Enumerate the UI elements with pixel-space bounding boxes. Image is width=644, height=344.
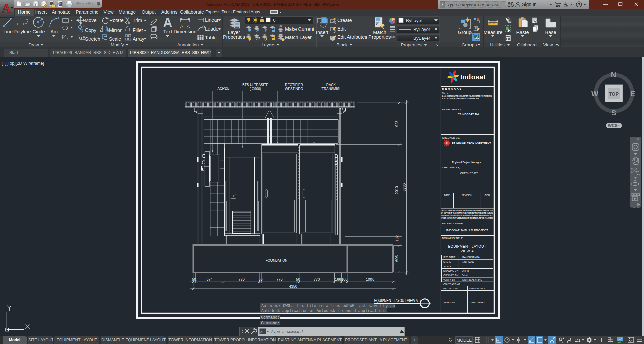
svg-text:Layers: Layers	[262, 42, 276, 47]
svg-text:SHEET NO.: SHEET NO.	[443, 301, 456, 304]
svg-text:Array: Array	[133, 36, 144, 42]
svg-text:Circle: Circle	[32, 29, 45, 34]
svg-text:VIEW A: VIEW A	[461, 249, 474, 253]
svg-text:Table: Table	[205, 35, 217, 40]
svg-text:Modify: Modify	[111, 42, 124, 47]
svg-text:3730: 3730	[402, 183, 406, 191]
svg-text:Edit: Edit	[337, 26, 346, 32]
svg-text:Move: Move	[85, 18, 96, 23]
svg-text:Polyline: Polyline	[14, 29, 31, 34]
svg-text:REMARKS: REMARKS	[442, 87, 462, 90]
svg-text:2010: 2010	[395, 186, 399, 194]
svg-text:Base: Base	[545, 30, 556, 35]
svg-text:Rotate: Rotate	[109, 18, 124, 23]
svg-text:S: S	[611, 109, 616, 117]
svg-text:A: A	[2, 1, 11, 15]
svg-text:PT INDOSAT Tbk: PT INDOSAT Tbk	[458, 113, 480, 116]
svg-text:Make Current: Make Current	[285, 26, 314, 32]
svg-text:SCALE: SCALE	[444, 265, 452, 268]
svg-text:Type a command: Type a command	[271, 329, 303, 334]
svg-text:ByLayer: ByLayer	[406, 18, 423, 23]
svg-text:100: 100	[341, 277, 347, 281]
svg-text:TOTAL SHEET: TOTAL SHEET	[469, 301, 485, 304]
svg-text:50: 50	[296, 277, 300, 281]
svg-text:REVISION: REVISION	[462, 194, 472, 196]
svg-text:CHECKED BY: CHECKED BY	[443, 274, 458, 276]
svg-text:Trim: Trim	[133, 18, 142, 23]
svg-text:DRAWING NO.: DRAWING NO.	[469, 287, 485, 290]
svg-text:Stretch: Stretch	[85, 36, 100, 42]
svg-text:W: W	[591, 90, 598, 98]
svg-text:TOP: TOP	[609, 91, 619, 97]
svg-text:DRAWING BY: DRAWING BY	[443, 270, 458, 272]
svg-text:Clipboard: Clipboard	[517, 42, 537, 47]
svg-text:Arc: Arc	[50, 29, 58, 34]
svg-text:2. ALL EQUIPMENT SHALL INSTALL: 2. ALL EQUIPMENT SHALL INSTALLED REFER S…	[442, 97, 479, 99]
svg-text:NOFRIZAL / RIKO: NOFRIZAL / RIKO	[462, 278, 482, 281]
svg-text:FOUNDATION: FOUNDATION	[266, 258, 287, 262]
svg-text:Linear: Linear	[205, 17, 218, 23]
svg-text:WCS: WCS	[608, 123, 618, 128]
svg-text:Type a keyword or phrase: Type a keyword or phrase	[447, 2, 499, 7]
svg-text:Utilities: Utilities	[490, 42, 505, 47]
svg-text:14BRS039: 14BRS039	[462, 260, 474, 263]
svg-text:ACPDB: ACPDB	[217, 87, 229, 90]
svg-text:Properties: Properties	[368, 34, 391, 40]
svg-text:WESTINDO: WESTINDO	[285, 87, 303, 91]
svg-text:BTS ULTRASITE: BTS ULTRASITE	[242, 83, 268, 87]
svg-text:574: 574	[206, 277, 212, 281]
svg-text:EQUIPMENT LAYOUT VIEW A: EQUIPMENT LAYOUT VIEW A	[374, 298, 418, 303]
svg-text:VERIFY BY: VERIFY BY	[443, 279, 455, 281]
svg-text:OTHER PARTIES THAT MODELS BEIN: OTHER PARTIES THAT MODELS BEING THEIR DE…	[441, 217, 493, 219]
svg-text:Copy: Copy	[85, 27, 97, 33]
svg-text:1:1: 1:1	[575, 338, 580, 343]
svg-text:Match Layer: Match Layer	[285, 35, 312, 40]
svg-text:Regional Project Manager: Regional Project Manager	[452, 161, 481, 164]
svg-text:Properties: Properties	[223, 34, 245, 40]
svg-text:PROJECT NAME: PROJECT NAME	[442, 222, 463, 225]
svg-text:Indosat: Indosat	[460, 73, 486, 81]
svg-text:( G900): ( G900)	[250, 87, 261, 91]
svg-text:Command:: Command:	[261, 321, 280, 326]
svg-text:PT. HUAWEI TECH INVESTMENT: PT. HUAWEI TECH INVESTMENT	[452, 142, 491, 145]
svg-text:ARI H: ARI H	[462, 269, 469, 272]
svg-text:CHECKED BY,: CHECKED BY,	[460, 172, 478, 175]
svg-text:Insert: Insert	[316, 30, 328, 35]
svg-text:TRANSMISI: TRANSMISI	[321, 87, 340, 91]
svg-text:SITE NAME: SITE NAME	[443, 256, 456, 259]
svg-text:SITE ID: SITE ID	[443, 261, 451, 263]
svg-text:Group: Group	[458, 30, 472, 35]
svg-text:Sign In: Sign In	[522, 2, 537, 7]
svg-text:Groups: Groups	[462, 42, 477, 47]
svg-text:[−][Top][2D Wireframe]: [−][Top][2D Wireframe]	[2, 61, 44, 66]
svg-text:Measure: Measure	[484, 30, 502, 35]
svg-text:BY COPYRIGHT, TRANSMITTED AND: BY COPYRIGHT, TRANSMITTED AND OTHER DIST…	[441, 212, 493, 214]
svg-text:Draw: Draw	[28, 42, 39, 47]
svg-text:770: 770	[314, 277, 320, 281]
svg-text:Defari: Defari	[462, 274, 467, 276]
svg-text:Leader: Leader	[205, 26, 220, 32]
svg-text:1. ALL DIMENSION ARE IN MILIME: 1. ALL DIMENSION ARE IN MILIMETER UNLESS…	[442, 95, 492, 97]
svg-text:A: A	[163, 16, 172, 30]
svg-text:192: 192	[395, 235, 399, 241]
svg-text:N: N	[611, 71, 616, 79]
svg-text:Block: Block	[336, 42, 347, 47]
svg-text:E: E	[630, 90, 635, 98]
svg-text:1000: 1000	[366, 277, 374, 281]
svg-text:Line: Line	[3, 29, 12, 34]
svg-text:DRAWING TITLE: DRAWING TITLE	[442, 237, 463, 240]
svg-text:166: 166	[335, 277, 341, 281]
svg-text:Annotation: Annotation	[177, 42, 199, 47]
svg-text:Create: Create	[337, 18, 352, 23]
svg-text:SIGN: SIGN	[485, 194, 490, 196]
svg-text:770: 770	[239, 277, 245, 281]
svg-text:RANDUSANGA: RANDUSANGA	[462, 256, 480, 259]
svg-text:ByLayer: ByLayer	[413, 36, 430, 41]
svg-text:ByLayer: ByLayer	[413, 27, 430, 32]
svg-text:Text: Text	[163, 29, 172, 34]
svg-text:RECTIFIER: RECTIFIER	[285, 83, 303, 87]
svg-text:THIS DOCUMENT AND ALL ELECTRIC: THIS DOCUMENT AND ALL ELECTRICAL CONTAIN…	[441, 209, 493, 211]
svg-text:View: View	[543, 42, 553, 47]
svg-text:Autodesk DWG. This file is a: Autodesk DWG. This file is a TrustedDWG …	[261, 304, 395, 308]
svg-text:APPROVED BY,: APPROVED BY,	[442, 108, 462, 111]
